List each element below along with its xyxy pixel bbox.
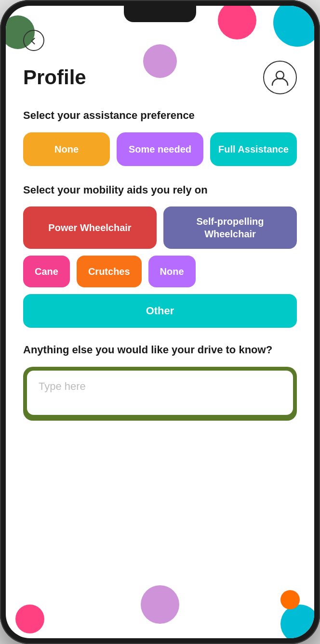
screen-content: Profile Select your assistance preferenc…	[6, 6, 314, 638]
avatar-icon[interactable]	[263, 61, 297, 94]
header-row: Profile	[23, 61, 297, 94]
mobility-section: Power Wheelchair Self-propelling Wheelch…	[23, 206, 297, 328]
back-button[interactable]	[23, 30, 44, 51]
power-wheelchair-button[interactable]: Power Wheelchair	[23, 206, 157, 249]
anything-section-title: Anything else you would like your drive …	[23, 343, 297, 357]
crutches-button[interactable]: Crutches	[77, 256, 142, 287]
assistance-section-title: Select your assistance preference	[23, 109, 297, 123]
notes-input[interactable]	[27, 371, 293, 415]
page-title: Profile	[23, 66, 86, 89]
mobility-row-2: Cane Crutches None	[23, 256, 297, 287]
anything-section: Anything else you would like your drive …	[23, 343, 297, 421]
mobility-section-title: Select your mobility aids you rely on	[23, 183, 297, 197]
assistance-full-button[interactable]: Full Assistance	[210, 132, 297, 166]
assistance-some-button[interactable]: Some needed	[117, 132, 203, 166]
mobility-row-1: Power Wheelchair Self-propelling Wheelch…	[23, 206, 297, 249]
assistance-none-button[interactable]: None	[23, 132, 110, 166]
phone-frame: Profile Select your assistance preferenc…	[0, 0, 320, 644]
phone-screen: Profile Select your assistance preferenc…	[6, 6, 314, 638]
chevron-left-icon	[31, 38, 38, 44]
svg-point-0	[276, 71, 284, 79]
other-button[interactable]: Other	[23, 294, 297, 328]
self-propelling-wheelchair-button[interactable]: Self-propelling Wheelchair	[163, 206, 297, 249]
cane-button[interactable]: Cane	[23, 256, 70, 287]
notch	[124, 6, 196, 22]
assistance-buttons-row: None Some needed Full Assistance	[23, 132, 297, 166]
textarea-wrapper	[23, 367, 297, 421]
none-button[interactable]: None	[148, 256, 196, 287]
